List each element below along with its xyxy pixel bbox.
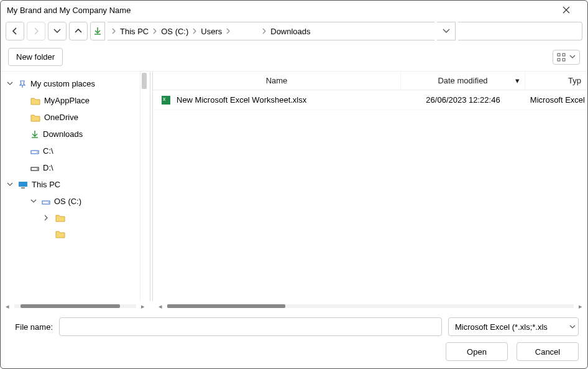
column-header-date[interactable]: Date modified ▾: [401, 72, 525, 90]
scrollbar-thumb[interactable]: [142, 73, 147, 89]
open-button[interactable]: Open: [446, 342, 508, 361]
breadcrumb-label: Users: [201, 27, 222, 36]
file-type-filter[interactable]: Microsoft Excel (*.xls;*.xls: [448, 317, 579, 336]
chevron-down-icon: [53, 29, 61, 34]
tree-label: C:\: [43, 146, 53, 156]
drive-icon: [42, 198, 50, 205]
column-header-type[interactable]: Typ: [525, 72, 587, 90]
file-dialog-window: My Brand and My Company Name This PC OS …: [0, 0, 588, 369]
tree-subfolder-1[interactable]: [2, 210, 137, 226]
chevron-right-icon: [152, 28, 157, 34]
column-header-name[interactable]: Name: [153, 72, 401, 90]
cancel-button[interactable]: Cancel: [517, 342, 579, 361]
breadcrumb-label: OS (C:): [161, 27, 188, 36]
scrollbar-thumb[interactable]: [21, 304, 120, 308]
chevron-right-icon: [111, 28, 116, 34]
column-label: Name: [266, 76, 288, 85]
splitter[interactable]: [150, 72, 150, 301]
svg-rect-1: [563, 54, 565, 56]
chevron-right-icon: [226, 28, 231, 34]
history-dropdown[interactable]: [48, 22, 67, 40]
up-button[interactable]: [69, 22, 88, 40]
scroll-track[interactable]: [14, 304, 136, 308]
breadcrumb-label: This PC: [120, 27, 149, 36]
file-list: Name Date modified ▾ Typ New Microsoft E…: [153, 72, 587, 301]
command-bar: New folder: [1, 43, 587, 72]
filename-input[interactable]: [59, 317, 442, 336]
address-download-icon: [90, 22, 105, 40]
grid-view-icon: [557, 53, 566, 62]
file-rows: New Microsoft Excel Worksheet.xlsx 26/06…: [153, 90, 587, 301]
column-label: Date modified: [438, 76, 487, 85]
file-name-cell: New Microsoft Excel Worksheet.xlsx: [153, 95, 401, 105]
svg-point-11: [48, 202, 49, 203]
navigation-toolbar: This PC OS (C:) Users Downloads: [1, 19, 587, 43]
tree-this-pc[interactable]: This PC: [2, 176, 137, 193]
close-icon: [563, 6, 570, 14]
sort-desc-icon: ▾: [515, 76, 520, 85]
download-icon: [93, 27, 102, 35]
tree-label: This PC: [32, 180, 60, 189]
scroll-left-icon[interactable]: ◂: [6, 302, 9, 311]
chevron-left-icon: [11, 27, 19, 35]
tree-d-drive[interactable]: D:\: [2, 159, 137, 176]
tree-myappplace[interactable]: MyAppPlace: [2, 92, 137, 109]
scrollbar-thumb[interactable]: [167, 304, 285, 308]
tree-label: OneDrive: [44, 113, 78, 122]
collapse-icon: [7, 82, 14, 86]
titlebar: My Brand and My Company Name: [1, 1, 587, 19]
tree-c-drive[interactable]: C:\: [2, 142, 137, 159]
column-label: Typ: [568, 76, 581, 85]
tree-label: Downloads: [43, 129, 83, 139]
breadcrumb-downloads[interactable]: Downloads: [267, 27, 314, 36]
file-type-cell: Microsoft Excel: [525, 95, 587, 105]
breadcrumb-dropdown[interactable]: [437, 22, 456, 40]
filename-row: File name: Microsoft Excel (*.xls;*.xls: [9, 317, 579, 336]
download-icon: [30, 130, 39, 139]
action-buttons: Open Cancel: [9, 342, 579, 361]
dialog-footer: File name: Microsoft Excel (*.xls;*.xls …: [1, 311, 587, 368]
breadcrumb-os-c[interactable]: OS (C:): [157, 27, 192, 36]
scroll-right-icon[interactable]: ▸: [141, 302, 145, 311]
svg-point-5: [37, 151, 38, 152]
back-button[interactable]: [6, 22, 24, 40]
chevron-down-icon: [569, 325, 576, 329]
file-name: New Microsoft Excel Worksheet.xlsx: [177, 95, 306, 105]
tree-my-custom-places[interactable]: My custom places: [2, 75, 137, 92]
scroll-left-icon[interactable]: ◂: [158, 302, 162, 311]
file-date-cell: 26/06/2023 12:22:46: [401, 95, 525, 105]
chevron-up-icon: [75, 27, 82, 35]
tree-subfolder-2[interactable]: [2, 226, 137, 242]
view-mode-button[interactable]: [553, 50, 580, 65]
new-folder-button[interactable]: New folder: [8, 48, 63, 66]
filelist-horizontal-scrollbar[interactable]: ◂ ▸: [154, 301, 587, 311]
tree-downloads[interactable]: Downloads: [2, 126, 137, 142]
svg-point-7: [37, 168, 38, 169]
forward-button[interactable]: [27, 22, 45, 40]
folder-icon: [30, 96, 40, 105]
chevron-right-icon: [262, 28, 267, 34]
folder-tree: My custom places MyAppPlace OneDrive Dow…: [1, 72, 140, 301]
scroll-right-icon[interactable]: ▸: [579, 302, 582, 311]
collapse-icon: [30, 199, 38, 203]
search-input[interactable]: [458, 22, 582, 40]
svg-rect-0: [558, 54, 560, 56]
sidebar-vertical-scrollbar[interactable]: [140, 72, 150, 301]
filename-label: File name:: [9, 322, 53, 332]
folder-icon: [55, 230, 65, 238]
scroll-track[interactable]: [167, 304, 574, 308]
svg-rect-3: [563, 58, 565, 61]
tree-label: MyAppPlace: [44, 96, 90, 105]
sidebar-horizontal-scrollbar[interactable]: ◂ ▸: [1, 301, 150, 311]
chevron-down-icon: [443, 29, 450, 34]
tree-onedrive[interactable]: OneDrive: [2, 109, 137, 126]
breadcrumb-this-pc[interactable]: This PC: [116, 27, 152, 36]
breadcrumb-users[interactable]: Users: [197, 27, 226, 36]
file-row[interactable]: New Microsoft Excel Worksheet.xlsx 26/06…: [153, 90, 587, 110]
close-button[interactable]: [563, 6, 581, 14]
folder-icon: [55, 213, 65, 222]
tree-os-c[interactable]: OS (C:): [2, 193, 137, 210]
collapse-icon: [7, 182, 14, 187]
tree-label: My custom places: [30, 79, 95, 88]
folder-icon: [30, 113, 40, 122]
